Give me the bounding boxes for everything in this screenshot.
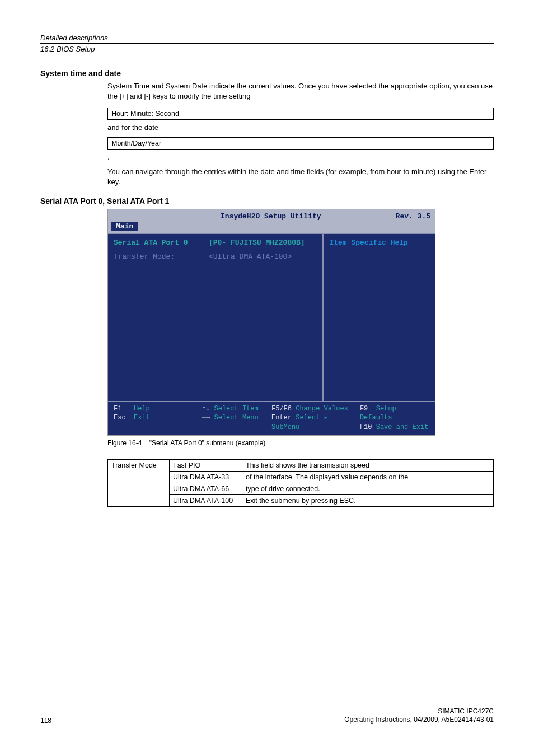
fk-f1: F1 xyxy=(114,405,121,413)
bios-port-label: Serial ATA Port 0 xyxy=(114,239,209,247)
header-sub: 16.2 BIOS Setup xyxy=(40,45,494,53)
header-rule xyxy=(40,43,494,44)
figure-text: "Serial ATA Port 0" submenu (example) xyxy=(149,439,266,447)
bios-port-value: [P0- FUJITSU MHZ2080B] xyxy=(209,239,305,247)
bios-titlebar: InsydeH2O Setup Utility Rev. 3.5 xyxy=(108,209,435,222)
box-date-format: Month/Day/Year xyxy=(107,137,494,150)
bios-left-panel: Serial ATA Port 0 [P0- FUJITSU MHZ2080B]… xyxy=(108,234,324,401)
page-number: 118 xyxy=(40,717,51,725)
cell-desc1: This field shows the transmission speed xyxy=(242,459,494,471)
bios-body: Serial ATA Port 0 [P0- FUJITSU MHZ2080B]… xyxy=(108,233,435,401)
bios-row-transfer: Transfer Mode: <Ultra DMA ATA-100> xyxy=(114,253,317,261)
fk-f9: F9 xyxy=(360,405,368,413)
spec-table: Transfer Mode Fast PIO This field shows … xyxy=(107,459,494,507)
section1-title: System time and date xyxy=(40,69,494,78)
bios-screenshot: InsydeH2O Setup Utility Rev. 3.5 Main Se… xyxy=(107,209,435,436)
fk-f5f6: F5/F6 xyxy=(271,405,292,413)
fk-save: Save and Exit xyxy=(376,423,429,431)
s1-paragraph1: System Time and System Date indicate the… xyxy=(107,81,494,101)
s1-paragraph2: You can navigate through the entries wit… xyxy=(107,167,494,186)
bios-row-port[interactable]: Serial ATA Port 0 [P0- FUJITSU MHZ2080B] xyxy=(114,239,317,247)
cell-ata66: Ultra DMA ATA-66 xyxy=(170,483,242,494)
header-title: Detailed descriptions xyxy=(40,34,494,43)
footer-product: SIMATIC IPC427C xyxy=(344,707,494,716)
fk-f10: F10 xyxy=(360,423,372,431)
fk-help: Help xyxy=(134,405,150,413)
fk-exit: Exit xyxy=(134,414,150,422)
fk-updown: ↑↓ xyxy=(202,405,210,413)
fk-enter: Enter xyxy=(271,414,292,422)
s1-after1: and for the date xyxy=(107,123,494,132)
footer-docinfo: Operating Instructions, 04/2009, A5E0241… xyxy=(344,716,494,725)
bios-tab-main[interactable]: Main xyxy=(111,222,138,231)
bios-title-center: InsydeH2O Setup Utility xyxy=(146,212,396,221)
fk-esc: Esc xyxy=(114,414,126,422)
cell-desc3: type of drive connected. xyxy=(242,483,494,494)
page-footer: 118 SIMATIC IPC427C Operating Instructio… xyxy=(40,707,494,725)
table-row: Transfer Mode Fast PIO This field shows … xyxy=(108,459,494,471)
figure-caption: Figure 16-4 "Serial ATA Port 0" submenu … xyxy=(107,439,494,447)
fk-lr: ←→ xyxy=(202,414,210,422)
cell-desc2: of the interface. The displayed value de… xyxy=(242,471,494,483)
cell-ata100: Ultra DMA ATA-100 xyxy=(170,494,242,506)
s1-dot: . xyxy=(107,153,494,161)
cell-transfer-mode: Transfer Mode xyxy=(108,459,170,506)
bios-help-title: Item Specific Help xyxy=(329,239,429,247)
figure-number: Figure 16-4 xyxy=(107,439,142,447)
cell-desc4: Exit the submenu by pressing ESC. xyxy=(242,494,494,506)
bios-transfer-label: Transfer Mode: xyxy=(114,253,209,261)
fk-chg: Change Values xyxy=(296,405,348,413)
fk-selitem: Select Item xyxy=(214,405,259,413)
bios-footer: F1 Help Esc Exit ↑↓ Select Item ←→ Selec… xyxy=(108,401,435,435)
section2-title: Serial ATA Port 0, Serial ATA Port 1 xyxy=(40,197,494,206)
cell-ata33: Ultra DMA ATA-33 xyxy=(170,471,242,483)
bios-transfer-value: <Ultra DMA ATA-100> xyxy=(209,253,292,261)
bios-title-rev: Rev. 3.5 xyxy=(396,212,430,221)
bios-tabrow: Main xyxy=(108,222,435,233)
box-time-format: Hour: Minute: Second xyxy=(107,108,494,120)
fk-selmenu: Select Menu xyxy=(214,414,259,422)
bios-help-panel: Item Specific Help xyxy=(324,234,435,401)
cell-fastpio: Fast PIO xyxy=(170,459,242,471)
